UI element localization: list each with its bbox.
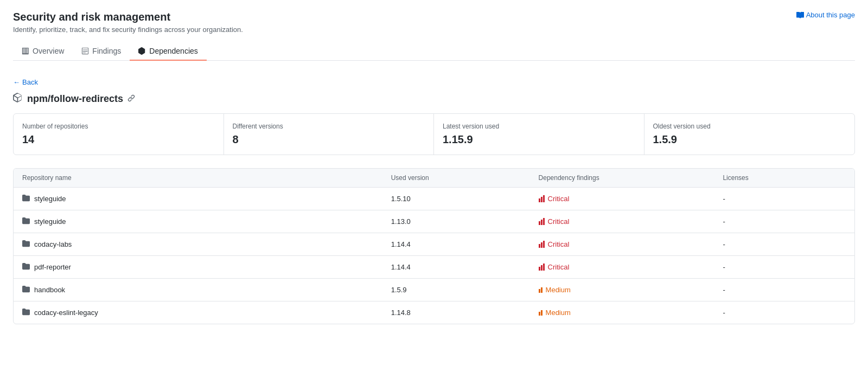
repo-cell: pdf-reporter xyxy=(22,262,391,272)
version-cell: 1.13.0 xyxy=(391,217,539,226)
findings-cell: Medium xyxy=(539,286,723,294)
table-row: codacy-eslint-legacy 1.14.8 Medium - xyxy=(14,301,854,324)
tab-findings-label: Findings xyxy=(92,47,121,55)
stat-versions-label: Different versions xyxy=(233,123,425,130)
back-link[interactable]: ← Back xyxy=(13,78,38,86)
critical-bar-icon xyxy=(539,218,545,225)
stat-oldest-label: Oldest version used xyxy=(653,123,846,130)
findings-cell: Critical xyxy=(539,263,723,271)
back-label: Back xyxy=(22,78,38,86)
repo-name[interactable]: styleguide xyxy=(34,195,66,203)
repo-name[interactable]: pdf-reporter xyxy=(34,263,71,271)
nav-tabs: Overview Findings Dependencies xyxy=(13,42,855,61)
page-subtitle: Identify, prioritize, track, and fix sec… xyxy=(13,25,855,34)
package-name: npm/follow-redirects xyxy=(27,93,123,105)
table-header: Repository name Used version Dependency … xyxy=(14,169,854,188)
version-cell: 1.14.4 xyxy=(391,263,539,271)
critical-badge: Critical xyxy=(548,195,570,203)
col-licenses: Licenses xyxy=(723,174,846,182)
about-link[interactable]: About this page xyxy=(796,11,855,19)
tab-overview-label: Overview xyxy=(33,47,64,55)
license-cell: - xyxy=(723,286,846,294)
stats-grid: Number of repositories 14 Different vers… xyxy=(13,113,855,155)
repo-icon xyxy=(22,217,30,226)
repo-cell: codacy-eslint-legacy xyxy=(22,308,391,317)
stat-repos-value: 14 xyxy=(22,133,215,146)
repo-name[interactable]: codacy-labs xyxy=(34,240,72,248)
stat-repos-label: Number of repositories xyxy=(22,123,215,130)
license-cell: - xyxy=(723,195,846,203)
repo-cell: codacy-labs xyxy=(22,240,391,249)
critical-badge: Critical xyxy=(548,263,570,271)
stat-versions-value: 8 xyxy=(233,133,425,146)
license-cell: - xyxy=(723,263,846,271)
repo-cell: styleguide xyxy=(22,217,391,226)
stat-versions: Different versions 8 xyxy=(224,114,435,155)
repo-name[interactable]: handbook xyxy=(34,286,65,294)
tab-findings[interactable]: Findings xyxy=(73,42,130,61)
repo-icon xyxy=(22,308,30,317)
col-version: Used version xyxy=(391,174,539,182)
version-cell: 1.5.9 xyxy=(391,286,539,294)
findings-cell: Critical xyxy=(539,195,723,203)
stat-latest: Latest version used 1.15.9 xyxy=(434,114,644,155)
package-header: npm/follow-redirects xyxy=(13,93,855,105)
critical-bar-icon xyxy=(539,195,545,202)
license-cell: - xyxy=(723,217,846,226)
book-icon xyxy=(796,11,804,19)
stat-latest-label: Latest version used xyxy=(443,123,635,130)
bar-chart-icon xyxy=(22,47,29,55)
link-icon[interactable] xyxy=(127,94,135,104)
repo-name[interactable]: codacy-eslint-legacy xyxy=(34,309,98,317)
version-cell: 1.5.10 xyxy=(391,195,539,203)
repository-table: Repository name Used version Dependency … xyxy=(13,168,855,324)
medium-bar-icon xyxy=(539,287,542,293)
about-link-label: About this page xyxy=(806,11,855,19)
license-cell: - xyxy=(723,309,846,317)
critical-bar-icon xyxy=(539,241,545,248)
medium-badge: Medium xyxy=(546,286,571,294)
tab-dependencies-label: Dependencies xyxy=(149,47,198,55)
critical-bar-icon xyxy=(539,264,545,271)
license-cell: - xyxy=(723,240,846,248)
tab-dependencies[interactable]: Dependencies xyxy=(130,42,207,61)
critical-badge: Critical xyxy=(548,240,570,248)
page-header: Security and risk management Identify, p… xyxy=(13,11,855,34)
repo-icon xyxy=(22,194,30,203)
stat-latest-value: 1.15.9 xyxy=(443,133,635,146)
medium-bar-icon xyxy=(539,310,542,316)
stat-oldest-value: 1.5.9 xyxy=(653,133,846,146)
package-icon xyxy=(13,93,23,105)
stat-oldest: Oldest version used 1.5.9 xyxy=(644,114,855,155)
table-row: styleguide 1.13.0 Critical - xyxy=(14,210,854,233)
version-cell: 1.14.8 xyxy=(391,309,539,317)
page-title: Security and risk management xyxy=(13,11,855,23)
table-row: styleguide 1.5.10 Critical - xyxy=(14,188,854,210)
col-repo-name: Repository name xyxy=(22,174,391,182)
findings-cell: Critical xyxy=(539,240,723,248)
back-arrow-icon: ← xyxy=(13,78,20,86)
version-cell: 1.14.4 xyxy=(391,240,539,248)
repo-name[interactable]: styleguide xyxy=(34,217,66,226)
stat-repos: Number of repositories 14 xyxy=(14,114,224,155)
repo-cell: handbook xyxy=(22,285,391,294)
tab-overview[interactable]: Overview xyxy=(13,42,73,61)
repo-cell: styleguide xyxy=(22,194,391,203)
table-row: pdf-reporter 1.14.4 Critical - xyxy=(14,256,854,279)
medium-badge: Medium xyxy=(546,309,571,317)
col-findings: Dependency findings xyxy=(539,174,723,182)
list-icon xyxy=(81,47,89,55)
findings-cell: Medium xyxy=(539,309,723,317)
findings-cell: Critical xyxy=(539,217,723,226)
repo-icon xyxy=(22,285,30,294)
repo-icon xyxy=(22,262,30,272)
table-row: codacy-labs 1.14.4 Critical - xyxy=(14,233,854,256)
table-row: handbook 1.5.9 Medium - xyxy=(14,279,854,301)
repo-icon xyxy=(22,240,30,249)
critical-badge: Critical xyxy=(548,217,570,226)
dependency-icon xyxy=(138,47,146,55)
